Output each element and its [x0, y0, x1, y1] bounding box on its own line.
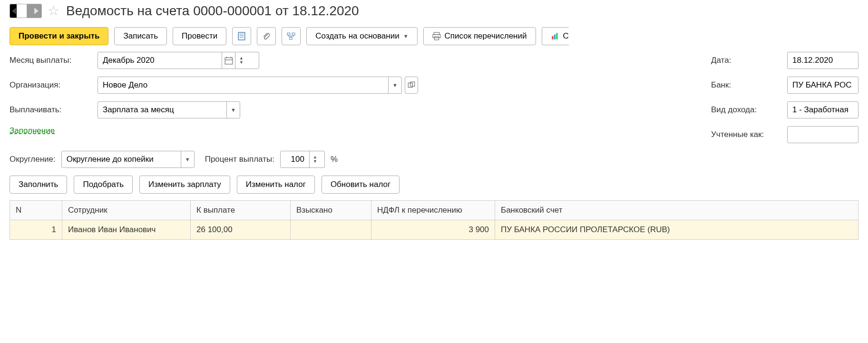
transfer-list-button[interactable]: Список перечислений	[423, 27, 536, 45]
col-header-employee[interactable]: Сотрудник	[62, 201, 191, 220]
update-tax-button[interactable]: Обновить налог	[322, 176, 400, 194]
svg-rect-10	[552, 36, 553, 39]
accounted-input[interactable]	[788, 127, 858, 143]
save-button[interactable]: Записать	[114, 27, 167, 45]
edit-salary-button[interactable]: Изменить зарплату	[139, 176, 230, 194]
pick-button[interactable]: Подобрать	[74, 176, 133, 194]
svg-rect-5	[293, 33, 295, 35]
chevron-down-icon: ▼	[403, 33, 409, 39]
chart-icon	[551, 32, 559, 40]
col-header-to-pay[interactable]: К выплате	[191, 201, 291, 220]
col-header-n[interactable]: N	[10, 201, 62, 220]
svg-rect-6	[290, 37, 293, 39]
svg-rect-7	[434, 32, 439, 35]
svg-rect-11	[554, 35, 555, 39]
favorite-star-icon[interactable]: ☆	[48, 3, 59, 19]
structure-icon	[287, 32, 295, 40]
cell-employee[interactable]: Иванов Иван Иванович	[62, 220, 191, 240]
document-icon-button[interactable]	[232, 27, 251, 45]
post-label: Провести	[182, 31, 217, 41]
nav-forward-button[interactable]	[27, 4, 42, 18]
month-spin-down[interactable]: ▼	[239, 60, 244, 65]
cell-bank[interactable]: ПУ БАНКА РОССИИ ПРОЛЕТАРСКОЕ (RUB)	[495, 220, 858, 240]
table-header-row: N Сотрудник К выплате Взыскано НДФЛ к пе…	[10, 201, 858, 220]
post-button[interactable]: Провести	[173, 27, 226, 45]
income-type-input[interactable]	[788, 102, 858, 118]
create-based-label: Создать на основании	[315, 31, 399, 41]
svg-rect-12	[556, 33, 557, 39]
structure-icon-button[interactable]	[282, 27, 301, 45]
transfer-list-label: Список перечислений	[445, 31, 527, 41]
col-header-collected[interactable]: Взыскано	[291, 201, 371, 220]
post-and-close-button[interactable]: Провести и закрыть	[10, 27, 108, 45]
report-button-cutoff[interactable]: С	[542, 27, 569, 45]
report-label: С	[563, 31, 569, 41]
nav-back-button[interactable]	[10, 4, 27, 18]
month-input[interactable]	[98, 52, 222, 69]
table-row[interactable]: 1 Иванов Иван Иванович 26 100,00 3 900 П…	[10, 220, 858, 240]
page-title: Ведомость на счета 0000-000001 от 18.12.…	[66, 3, 359, 19]
fill-button[interactable]: Заполнить	[10, 176, 67, 194]
arrow-right-icon	[34, 8, 39, 14]
open-external-icon	[407, 81, 416, 89]
arrow-left-icon	[12, 8, 16, 14]
svg-rect-4	[287, 33, 290, 35]
document-icon	[237, 32, 246, 40]
printer-icon	[432, 32, 441, 40]
bank-label: Банк:	[711, 80, 787, 90]
cell-collected[interactable]	[291, 220, 371, 240]
fill-link[interactable]: Заполнение	[10, 126, 55, 136]
pay-label: Выплачивать:	[10, 105, 98, 115]
income-type-label: Вид дохода:	[711, 105, 787, 115]
col-header-bank[interactable]: Банковский счет	[495, 201, 858, 220]
percent-label: Процент выплаты:	[205, 155, 274, 164]
pay-type-dropdown-button[interactable]: ▼	[226, 102, 240, 118]
attachment-icon-button[interactable]	[257, 27, 276, 45]
percent-spin-down[interactable]: ▼	[313, 159, 317, 164]
cell-to-pay[interactable]: 26 100,00	[191, 220, 291, 240]
cell-ndfl[interactable]: 3 900	[371, 220, 495, 240]
employee-table: N Сотрудник К выплате Взыскано НДФЛ к пе…	[10, 200, 858, 240]
org-dropdown-button[interactable]: ▼	[388, 77, 401, 93]
svg-rect-8	[433, 35, 440, 38]
pay-type-input[interactable]	[98, 102, 226, 118]
rounding-input[interactable]	[62, 151, 181, 167]
svg-rect-9	[434, 37, 439, 40]
svg-rect-0	[239, 32, 245, 40]
col-header-ndfl[interactable]: НДФЛ к перечислению	[371, 201, 495, 220]
calendar-icon-button[interactable]	[222, 52, 235, 69]
paperclip-icon	[262, 32, 271, 40]
save-label: Записать	[123, 31, 158, 41]
date-input[interactable]	[788, 52, 858, 69]
calendar-icon	[224, 56, 233, 65]
edit-tax-button[interactable]: Изменить налог	[237, 176, 315, 194]
date-label: Дата:	[711, 56, 787, 65]
month-label: Месяц выплаты:	[10, 56, 98, 65]
percent-input[interactable]	[281, 151, 309, 167]
org-input[interactable]	[98, 77, 388, 93]
create-based-on-button[interactable]: Создать на основании ▼	[306, 27, 417, 45]
org-open-button[interactable]	[405, 77, 418, 94]
accounted-label: Учтенные как:	[711, 130, 787, 139]
rounding-dropdown-button[interactable]: ▼	[181, 151, 194, 167]
svg-rect-13	[225, 58, 233, 64]
rounding-label: Округление:	[10, 155, 56, 164]
post-and-close-label: Провести и закрыть	[19, 31, 99, 41]
cell-n[interactable]: 1	[10, 220, 62, 240]
org-label: Организация:	[10, 80, 98, 90]
bank-input[interactable]	[788, 77, 858, 93]
percent-suffix: %	[331, 155, 338, 164]
